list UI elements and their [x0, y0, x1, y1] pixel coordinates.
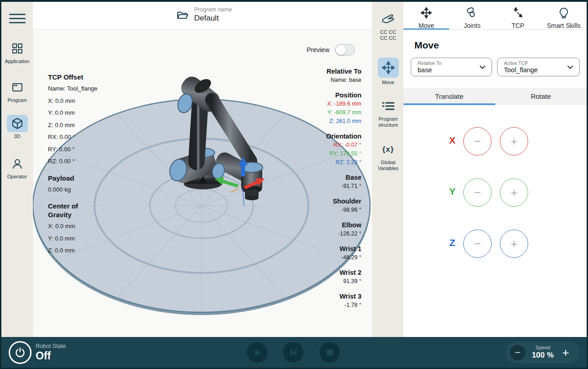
x-plus-button[interactable]: +	[500, 127, 528, 155]
program-name-value: Default	[194, 14, 232, 23]
y-plus-button[interactable]: +	[500, 178, 528, 207]
joint-label: Elbow	[326, 220, 361, 230]
toolbar-item-label: Move	[372, 80, 404, 86]
sidebar-item-program[interactable]: Program	[1, 79, 33, 103]
skip-forward-button[interactable]	[283, 342, 303, 363]
chevron-down-icon	[479, 64, 486, 73]
freedrive-hand-icon	[378, 11, 399, 27]
axis-label-z: Z	[445, 237, 459, 248]
subtab-translate[interactable]: Translate	[403, 88, 495, 105]
joint-value: 91.39 °	[326, 277, 361, 286]
select-value: Tool_flange	[504, 66, 564, 74]
cog-row: Z: 0.0 mm	[48, 245, 135, 257]
tcp-offset-row: RZ: 0.00 °	[48, 155, 135, 168]
joint-readout: Wrist 1 -46.29 °	[326, 244, 361, 262]
toolbar-item-label: Global	[372, 160, 404, 166]
tab-smart-skills[interactable]: Smart Skills	[541, 2, 587, 29]
axis-row-x: X − +	[403, 127, 587, 155]
folder-icon	[177, 10, 189, 23]
y-minus-button[interactable]: −	[463, 178, 492, 207]
cog-title-line2: Gravity	[48, 210, 135, 219]
toolbar-item-label: Variables	[372, 166, 404, 171]
position-y: Y: -609.7 mm	[326, 108, 361, 117]
joint-value: -1.78 °	[326, 301, 361, 310]
play-button[interactable]	[247, 342, 267, 363]
cog-row: Y: 0.0 mm	[48, 233, 135, 245]
tcp-offset-row: Name: Tool_flange	[48, 83, 135, 95]
toolbar-item-label: CC CC	[372, 29, 404, 35]
toolbar-item-program-structure[interactable]: Program structure	[372, 98, 404, 128]
joint-value: -126.22 °	[326, 230, 361, 238]
z-minus-button[interactable]: −	[463, 230, 492, 258]
sidebar-item-application[interactable]: Application	[1, 40, 33, 64]
axis-row-y: Y − +	[403, 178, 587, 207]
toggle-knob	[336, 45, 346, 55]
tcp-offset-row: X: 0.0 mm	[48, 95, 135, 107]
tcp-offset-row: RX: 0.00 °	[48, 131, 135, 144]
robot-state-label: Robot State	[36, 343, 66, 349]
relative-to-name: Name: base	[326, 76, 361, 85]
toolbar-item-freedrive[interactable]: CC CC CC CC	[372, 11, 404, 41]
tab-move[interactable]: Move	[403, 2, 449, 29]
joint-label: Wrist 3	[326, 292, 361, 301]
joint-label: Shoulder	[326, 197, 361, 206]
preview-control: Preview	[307, 44, 355, 56]
z-plus-button[interactable]: +	[500, 230, 528, 258]
position-x: X: -189.6 mm	[326, 100, 361, 108]
subtab-rotate[interactable]: Rotate	[495, 88, 587, 105]
sidebar-item-label: Operator	[1, 174, 33, 179]
pose-readout-panel: Relative To Name: base Position X: -189.…	[326, 67, 361, 316]
relative-to-select[interactable]: Relative To base	[411, 58, 492, 76]
app-window: Application Program 3D Operator	[0, 0, 588, 369]
orientation-ry: RY: 178.55 °	[326, 150, 361, 158]
program-name-control[interactable]: Program name Default	[177, 6, 232, 23]
relative-to-title: Relative To	[326, 67, 361, 76]
speed-plus-button[interactable]: +	[558, 345, 573, 360]
middle-toolbar: CC CC CC CC Move	[371, 2, 403, 337]
3d-viewport[interactable]: Preview TCP Offset Name: Tool_flange X: …	[33, 30, 371, 337]
orientation-title: Orientation	[326, 132, 361, 141]
tab-joints[interactable]: Joints	[449, 2, 495, 29]
preview-toggle[interactable]	[335, 44, 355, 56]
active-tcp-select[interactable]: Active TCP Tool_flange	[497, 58, 580, 76]
select-label: Relative To	[418, 60, 476, 66]
joint-label: Base	[326, 173, 361, 182]
joint-readout: Wrist 3 -1.78 °	[326, 292, 361, 310]
top-header: Program name Default	[33, 2, 371, 30]
tcp-icon-tab[interactable]: TCP	[495, 2, 541, 29]
toolbar-item-global-variables[interactable]: {x} Global Variables	[372, 141, 404, 171]
toolbar-item-move[interactable]: Move	[372, 58, 404, 86]
move-arrows-icon	[420, 12, 432, 20]
chevron-down-icon	[567, 64, 574, 73]
panel-tabs: Move Joints	[403, 2, 587, 30]
sidebar-item-3d[interactable]: 3D	[1, 115, 33, 139]
orientation-rz: RZ: 2.23 °	[326, 158, 361, 167]
hamburger-menu-icon[interactable]	[9, 11, 26, 24]
sidebar-item-label: 3D	[1, 134, 33, 139]
power-button[interactable]	[9, 341, 32, 364]
cube-icon	[7, 115, 28, 132]
joints-icon	[466, 12, 478, 20]
list-icon	[378, 98, 399, 114]
position-z: Z: 261.0 mm	[326, 117, 361, 126]
joint-readout: Elbow -126.22 °	[326, 220, 361, 238]
sidebar-item-operator[interactable]: Operator	[1, 155, 33, 179]
orientation-rx: RX: -0.07 °	[326, 141, 361, 150]
joint-readout: Wrist 2 91.39 °	[326, 268, 361, 286]
person-icon	[7, 155, 28, 172]
tcp-icon	[512, 12, 524, 20]
joint-readout: Shoulder -98.96 °	[326, 197, 361, 214]
toolbar-item-label: CC CC	[372, 35, 404, 41]
robot-state-value: Off	[36, 350, 51, 362]
panel-title: Move	[414, 40, 439, 51]
axis-row-z: Z − +	[403, 230, 587, 258]
speed-control: − Speed 100 % +	[506, 342, 580, 364]
translate-rotate-tabs: Translate Rotate	[403, 88, 587, 105]
robot-control-bar: Robot State Off − Speed 100 % +	[1, 337, 587, 368]
x-minus-button[interactable]: −	[463, 127, 492, 155]
move-panel: Move Joints	[403, 2, 587, 337]
select-label: Active TCP	[504, 60, 564, 66]
left-sidebar: Application Program 3D Operator	[1, 2, 33, 337]
stop-button[interactable]	[319, 342, 340, 363]
joint-value: -98.96 °	[326, 206, 361, 214]
